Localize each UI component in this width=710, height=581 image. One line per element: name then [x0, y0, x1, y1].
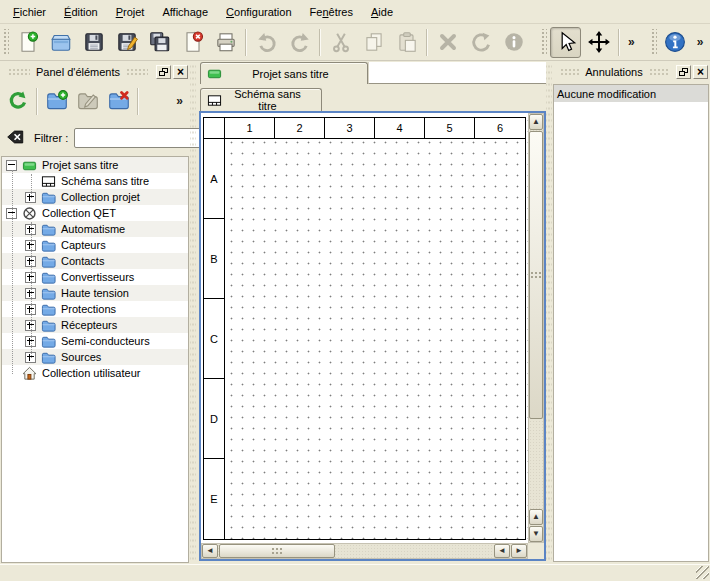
menu-projet[interactable]: Projet: [107, 2, 154, 22]
paste-button[interactable]: [391, 27, 422, 58]
tree-item-semi-conducteurs[interactable]: Semi-conducteurs: [2, 333, 188, 349]
project-area: Projet sans titre Schéma sans titre 1234…: [197, 62, 548, 563]
float-panel-button[interactable]: [156, 65, 171, 79]
new-document-button[interactable]: [12, 27, 43, 58]
folder-icon-cell: [41, 270, 58, 285]
toolbar-overflow-button[interactable]: »: [171, 94, 188, 108]
tree-item-capteurs[interactable]: Capteurs: [2, 237, 188, 253]
menu-configuration[interactable]: Configuration: [217, 2, 300, 22]
menu-fenetres[interactable]: Fenêtres: [301, 2, 362, 22]
about-button[interactable]: [660, 27, 691, 58]
save-all-button[interactable]: [144, 27, 175, 58]
menu-fichier[interactable]: Fichier: [4, 2, 55, 22]
clear-filter-button[interactable]: [5, 127, 27, 149]
project-icon: [207, 66, 222, 81]
horizontal-scrollbar[interactable]: ◄ ◄ ►: [201, 543, 528, 559]
float-panel-button[interactable]: [676, 65, 691, 79]
tree-item-automatisme[interactable]: Automatisme: [2, 221, 188, 237]
cut-button[interactable]: [325, 27, 356, 58]
toolbar-handle[interactable]: [650, 29, 657, 55]
tree-item-label: Convertisseurs: [58, 271, 134, 283]
toolbar-handle[interactable]: [2, 29, 9, 55]
toolbar-separator: [426, 29, 428, 56]
undo-panel-dock: Annulations × Aucune modification: [552, 62, 710, 563]
copy-button[interactable]: [358, 27, 389, 58]
tree-item-convertisseurs[interactable]: Convertisseurs: [2, 269, 188, 285]
menu-aide[interactable]: Aide: [362, 2, 402, 22]
undo-item[interactable]: Aucune modification: [554, 85, 708, 102]
reload-collections-button[interactable]: [3, 87, 32, 116]
delete-selection-button[interactable]: [432, 27, 463, 58]
scrollbar-corner: [528, 543, 544, 559]
tab-project[interactable]: Projet sans titre: [200, 62, 368, 84]
redo-icon: [288, 30, 312, 54]
resize-grip[interactable]: [696, 566, 709, 579]
scroll-left-button-2[interactable]: ◄: [494, 544, 510, 558]
tree-item-sources[interactable]: Sources: [2, 349, 188, 365]
edit-category-button[interactable]: [73, 87, 102, 116]
save-as-button[interactable]: [111, 27, 142, 58]
elements-panel-dock: Panel d'éléments × » Filtrer : Projet sa…: [0, 62, 190, 563]
select-icon: [554, 30, 578, 54]
tab-schema[interactable]: Schéma sans titre: [200, 88, 322, 111]
element-info-icon: [502, 30, 526, 54]
rotate-selection-button[interactable]: [465, 27, 496, 58]
folder-icon-cell: [41, 318, 58, 333]
horizontal-scroll-thumb[interactable]: [219, 544, 335, 558]
folder-icon: [41, 286, 56, 301]
scroll-down-button[interactable]: ▼: [529, 526, 543, 542]
tree-item-projet-sans-titre[interactable]: Projet sans titre: [2, 157, 188, 173]
toolbar-handle[interactable]: [540, 29, 547, 55]
undo-button[interactable]: [251, 27, 282, 58]
tree-item-collection-utilisateur[interactable]: Collection utilisateur: [2, 365, 188, 381]
tree-item-label: Capteurs: [58, 239, 106, 251]
close-panel-button[interactable]: ×: [693, 65, 708, 79]
grid-column-header: 2: [275, 118, 325, 138]
open-document-button[interactable]: [45, 27, 76, 58]
scroll-up-button-2[interactable]: ▲: [529, 509, 543, 525]
redo-button[interactable]: [284, 27, 315, 58]
schema-icon: [207, 93, 222, 108]
tree-item-collection-qet[interactable]: Collection QET: [2, 205, 188, 221]
pan-mode-button[interactable]: [583, 27, 614, 58]
selection-properties-button[interactable]: [498, 27, 529, 58]
new-category-button[interactable]: [42, 87, 71, 116]
toolbar-overflow-button[interactable]: »: [623, 35, 640, 49]
project-icon: [22, 158, 37, 173]
splitter-left[interactable]: [190, 62, 196, 563]
vertical-scroll-thumb[interactable]: [529, 131, 543, 419]
scroll-right-button[interactable]: ►: [511, 544, 527, 558]
grid-row-header: E: [204, 459, 224, 539]
menu-edition[interactable]: Édition: [55, 2, 107, 22]
print-button[interactable]: [210, 27, 241, 58]
scroll-left-button[interactable]: ◄: [202, 544, 218, 558]
tree-item-contacts[interactable]: Contacts: [2, 253, 188, 269]
filter-label: Filtrer :: [34, 132, 68, 144]
grid-row-header: B: [204, 219, 224, 299]
print-icon: [214, 30, 238, 54]
delete-category-button[interactable]: [104, 87, 133, 116]
select-mode-button[interactable]: [550, 27, 581, 58]
menu-affichage[interactable]: Affichage: [153, 2, 217, 22]
tree-item-haute-tension[interactable]: Haute tension: [2, 285, 188, 301]
tree-guide: [12, 170, 13, 374]
folder-icon: [41, 350, 56, 365]
vertical-scrollbar[interactable]: ▲ ▲ ▼: [528, 113, 544, 543]
grid-row-header: D: [204, 379, 224, 459]
tree-item-protections[interactable]: Protections: [2, 301, 188, 317]
scroll-up-button[interactable]: ▲: [529, 114, 543, 130]
save-button[interactable]: [78, 27, 109, 58]
tree-item-recepteurs[interactable]: Récepteurs: [2, 317, 188, 333]
toolbar-separator: [319, 29, 321, 56]
close-panel-button[interactable]: ×: [173, 65, 188, 79]
undo-panel-titlebar[interactable]: Annulations ×: [554, 64, 708, 79]
close-document-button[interactable]: [177, 27, 208, 58]
elements-panel-titlebar[interactable]: Panel d'éléments ×: [2, 64, 188, 79]
toolbar-overflow-button[interactable]: »: [692, 35, 709, 49]
schema-icon: [41, 174, 56, 189]
tree-expander-minus-icon[interactable]: [6, 160, 17, 171]
tree-item-collection-projet[interactable]: Collection projet: [2, 189, 188, 205]
dock-handle-texture: [649, 68, 668, 76]
schematic-canvas[interactable]: 123456 ABCDE: [201, 113, 544, 559]
tree-item-schema-sans-titre[interactable]: Schéma sans titre: [2, 173, 188, 189]
